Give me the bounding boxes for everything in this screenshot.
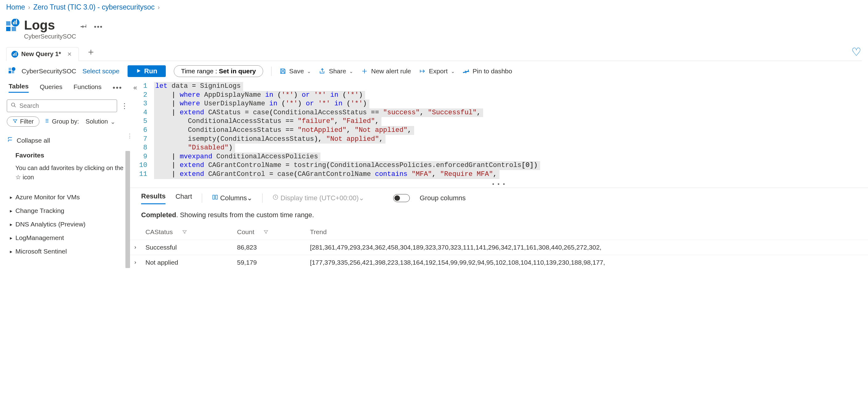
time-range-button[interactable]: Time range : Set in query [174, 65, 263, 77]
search-more-icon[interactable]: ⋮ [121, 102, 128, 110]
results-status: Completed. Showing results from the cust… [130, 206, 868, 225]
table-row[interactable]: › Not applied 59,179 [177,379,335,256,42… [130, 255, 868, 270]
scope-name: CyberSecuritySOC [22, 67, 76, 75]
breadcrumb-dashboard[interactable]: Zero Trust (TIC 3.0) - cybersecuritysoc [33, 3, 155, 11]
tree-item-change-tracking[interactable]: ▸Change Tracking [10, 204, 130, 218]
tree-item-logmanagement[interactable]: ▸LogManagement [10, 231, 130, 245]
plus-icon [361, 68, 368, 74]
add-tab-button[interactable]: ＋ [82, 43, 100, 61]
pin-icon[interactable] [81, 23, 87, 31]
play-icon [136, 67, 141, 75]
breadcrumb-home[interactable]: Home [6, 3, 25, 11]
svg-rect-4 [13, 22, 14, 24]
svg-point-14 [12, 67, 16, 71]
query-tab-active[interactable]: New Query 1* ✕ [6, 47, 79, 61]
search-field[interactable] [20, 102, 113, 109]
svg-rect-12 [9, 68, 11, 70]
pin-icon [463, 68, 470, 74]
select-scope-link[interactable]: Select scope [82, 67, 119, 75]
tree-item-dns-analytics[interactable]: ▸DNS Analytics (Preview) [10, 218, 130, 231]
clock-icon [272, 194, 279, 200]
export-button[interactable]: Export⌄ [419, 67, 455, 75]
close-icon[interactable]: ✕ [67, 51, 72, 58]
svg-rect-17 [216, 195, 218, 199]
page-title: Logs [24, 19, 76, 32]
logs-workspace-icon [6, 19, 20, 32]
favorite-icon[interactable]: ♡ [851, 45, 861, 59]
svg-rect-2 [12, 27, 16, 31]
search-input[interactable] [7, 99, 117, 112]
export-icon [419, 68, 426, 74]
expand-row-icon[interactable]: › [130, 240, 142, 255]
more-icon[interactable]: ••• [113, 84, 122, 92]
scrollbar[interactable] [125, 151, 130, 268]
expand-row-icon[interactable]: › [130, 255, 142, 270]
svg-rect-11 [9, 71, 11, 73]
scope-workspace-icon [9, 67, 16, 75]
new-alert-rule-button[interactable]: New alert rule [361, 67, 411, 75]
query-tabs: New Query 1* ✕ ＋ ♡ [6, 43, 862, 61]
filter-chip[interactable]: Filter [7, 117, 39, 127]
share-icon [319, 68, 326, 74]
svg-rect-0 [6, 27, 10, 31]
table-row[interactable]: › Successful 86,823 [281,361,479,293,234… [130, 240, 868, 255]
caret-right-icon: ▸ [10, 194, 12, 200]
pin-dashboard-button[interactable]: Pin to dashbo [463, 67, 512, 75]
results-tab[interactable]: Results [141, 192, 165, 204]
group-by-dropdown[interactable]: Group by: Solution ⌄ [44, 118, 116, 125]
tab-tables[interactable]: Tables [9, 83, 29, 93]
results-table: CAStatus Count Trend › Successful 86,823… [130, 225, 868, 270]
caret-right-icon: ▸ [10, 235, 12, 241]
caret-right-icon: ▸ [10, 222, 12, 227]
caret-right-icon: ▸ [10, 208, 12, 214]
filter-icon [12, 118, 18, 125]
group-columns-toggle[interactable] [393, 194, 410, 202]
query-editor[interactable]: 1let data = SigninLogs 2 | where AppDisp… [130, 80, 868, 181]
more-icon[interactable]: ••• [94, 23, 103, 31]
svg-rect-8 [13, 54, 14, 56]
tree-item-azure-monitor-vms[interactable]: ▸Azure Monitor for VMs [10, 190, 130, 204]
list-icon [44, 118, 49, 125]
schema-panel: Tables Queries Functions ••• « ⋮ Filter [7, 80, 130, 270]
logs-tab-icon [11, 51, 18, 58]
columns-icon [212, 194, 218, 200]
save-button[interactable]: Save⌄ [279, 67, 311, 75]
collapse-all-icon [7, 136, 13, 144]
svg-rect-13 [12, 71, 14, 73]
col-trend[interactable]: Trend [307, 225, 868, 240]
filter-icon[interactable] [182, 229, 187, 236]
collapse-all-button[interactable]: Collapse all [7, 128, 130, 148]
toolbar-divider [202, 193, 202, 203]
chevron-down-icon: ⌄ [307, 68, 311, 74]
resize-grip-icon[interactable]: ⋮ [127, 132, 132, 139]
display-time-dropdown[interactable]: Display time (UTC+00:00)⌄ [272, 194, 364, 202]
share-button[interactable]: Share⌄ [319, 67, 353, 75]
svg-rect-16 [213, 195, 215, 199]
page-header: Logs CyberSecuritySOC ••• [0, 13, 868, 43]
schema-tabs: Tables Queries Functions ••• « [7, 80, 130, 95]
svg-rect-1 [6, 21, 10, 26]
favorites-section: Favorites You can add favorites by click… [7, 148, 130, 185]
svg-rect-9 [14, 53, 16, 56]
chevron-down-icon: ⌄ [110, 118, 116, 125]
col-castatus[interactable]: CAStatus [142, 225, 234, 240]
filter-icon[interactable] [264, 229, 268, 236]
columns-button[interactable]: Columns⌄ [212, 194, 252, 202]
tab-functions[interactable]: Functions [74, 83, 102, 92]
search-icon [11, 102, 16, 109]
chevron-down-icon: ⌄ [359, 194, 364, 202]
col-count[interactable]: Count [234, 225, 307, 240]
svg-rect-6 [16, 20, 17, 24]
editor-overflow-icon[interactable]: • • • [130, 181, 868, 188]
page-subtitle: CyberSecuritySOC [24, 33, 76, 40]
tree-item-microsoft-sentinel[interactable]: ▸Microsoft Sentinel [10, 245, 130, 258]
svg-rect-10 [16, 52, 17, 56]
breadcrumb: Home › Zero Trust (TIC 3.0) - cybersecur… [0, 0, 868, 13]
results-toolbar: Results Chart Columns⌄ Display time (UTC… [130, 188, 868, 206]
chevron-right-icon: › [28, 4, 30, 11]
chart-tab[interactable]: Chart [175, 193, 192, 204]
tab-queries[interactable]: Queries [40, 83, 63, 92]
run-button[interactable]: Run [128, 65, 166, 77]
toolbar-divider [271, 67, 272, 76]
chevron-down-icon: ⌄ [349, 68, 353, 74]
